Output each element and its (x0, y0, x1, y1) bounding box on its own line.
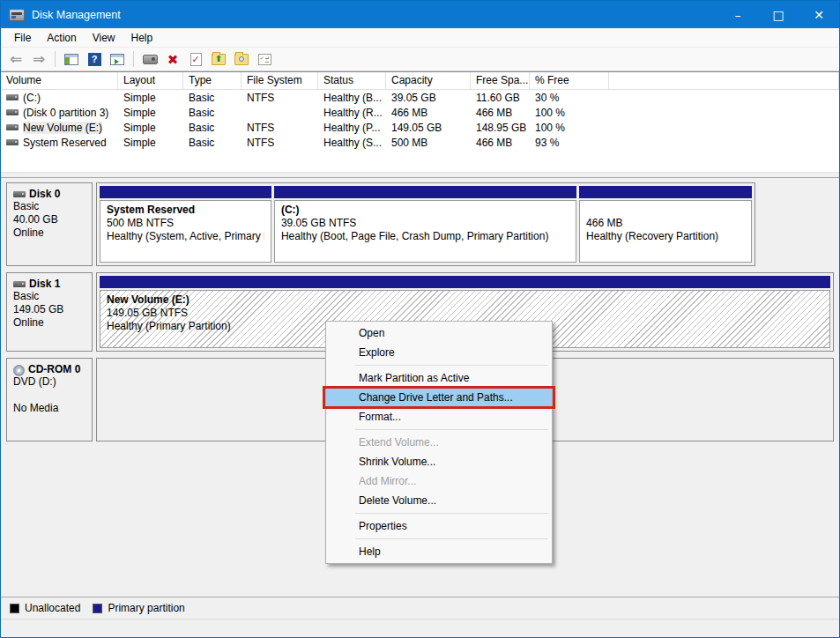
volume-name: System Reserved (23, 137, 107, 149)
open-folder-icon[interactable]: ⬆ (209, 49, 228, 69)
menu-separator (355, 538, 548, 539)
status-bar (1, 619, 839, 637)
context-menu-item-add-mirror: Add Mirror... (326, 471, 552, 491)
forward-icon[interactable]: ⇒ (29, 49, 48, 69)
column-header-status[interactable]: Status (318, 72, 386, 90)
menu-view[interactable]: View (85, 30, 123, 46)
disk-1-label[interactable]: Disk 1 Basic 149.05 GB Online (6, 272, 93, 352)
toolbar: ⇐ ⇒ ? ✖ ✓ ⬆ (1, 48, 839, 71)
pane-splitter[interactable] (1, 172, 839, 178)
column-header-type[interactable]: Type (183, 72, 242, 90)
cd-rom-icon (13, 365, 25, 375)
menu-separator (355, 513, 548, 514)
menu-bar: File Action View Help (1, 28, 839, 48)
back-icon[interactable]: ⇐ (6, 49, 26, 69)
volume-name: New Volume (E:) (23, 122, 102, 134)
disk-0-row: Disk 0 Basic 40.00 GB Online System Rese… (6, 182, 834, 266)
volume-icon (6, 94, 19, 100)
column-header-volume[interactable]: Volume (1, 72, 118, 90)
window-title: Disk Management (32, 9, 121, 21)
maximize-button[interactable]: □ (758, 1, 799, 28)
table-row[interactable]: (Disk 0 partition 3) Simple Basic Health… (1, 105, 839, 120)
partition-system-reserved[interactable]: System Reserved 500 MB NTFS Healthy (Sys… (100, 186, 271, 263)
remote-device-icon[interactable] (140, 49, 160, 69)
context-menu-item-help[interactable]: Help (326, 542, 552, 561)
volume-table-header: Volume Layout Type File System Status Ca… (1, 72, 839, 90)
app-disk-icon (9, 9, 25, 21)
table-row[interactable]: (C:) Simple Basic NTFS Healthy (B... 39.… (1, 90, 839, 105)
legend-primary-partition: Primary partition (93, 602, 184, 614)
minimize-button[interactable]: – (717, 1, 758, 28)
context-menu-item-extend-volume: Extend Volume... (326, 433, 552, 452)
context-menu-item-properties[interactable]: Properties (326, 516, 552, 536)
toolbar-separator (55, 51, 56, 67)
partition-recovery[interactable]: 466 MB Healthy (Recovery Partition) (579, 186, 752, 263)
title-bar: Disk Management – □ ✕ (1, 1, 839, 28)
menu-action[interactable]: Action (39, 30, 84, 46)
close-button[interactable]: ✕ (799, 1, 839, 28)
primary-partition-strip (100, 186, 271, 198)
mark-active-check-icon[interactable]: ✓ (186, 49, 205, 69)
volume-icon (6, 124, 19, 130)
context-menu-item-delete-volume[interactable]: Delete Volume... (326, 491, 552, 510)
volume-icon (6, 109, 19, 115)
toolbar-separator (133, 51, 134, 67)
legend-unallocated: Unallocated (10, 602, 80, 614)
partition-context-menu: Open Explore Mark Partition as Active Ch… (325, 321, 553, 564)
primary-partition-strip (579, 186, 752, 198)
column-header-capacity[interactable]: Capacity (386, 72, 471, 90)
menu-separator (355, 429, 548, 430)
menu-file[interactable]: File (6, 30, 39, 46)
table-row-selected[interactable]: New Volume (E:) Simple Basic NTFS Health… (1, 120, 839, 135)
column-header-file-system[interactable]: File System (242, 72, 318, 90)
volume-name: (Disk 0 partition 3) (23, 107, 108, 119)
volume-list-panel: Volume Layout Type File System Status Ca… (1, 71, 839, 172)
window-controls: – □ ✕ (717, 1, 839, 28)
legend-bar: Unallocated Primary partition (1, 597, 839, 619)
partition-c-drive[interactable]: (C:) 39.05 GB NTFS Healthy (Boot, Page F… (274, 186, 576, 263)
help-icon[interactable]: ? (85, 49, 104, 69)
show-action-pane-icon[interactable] (108, 49, 127, 69)
unallocated-swatch (10, 604, 19, 613)
disk-0-partitions: System Reserved 500 MB NTFS Healthy (Sys… (96, 182, 755, 266)
primary-partition-swatch (93, 604, 102, 613)
disk-icon (13, 191, 26, 197)
volume-icon (6, 139, 19, 145)
properties-list-icon[interactable] (255, 49, 274, 69)
column-header-layout[interactable]: Layout (118, 72, 183, 90)
column-header-free-space[interactable]: Free Spa... (471, 72, 530, 90)
volume-name: (C:) (23, 92, 41, 104)
context-menu-item-shrink-volume[interactable]: Shrink Volume... (326, 452, 552, 471)
disk-icon (13, 281, 26, 287)
context-menu-item-mark-partition-active[interactable]: Mark Partition as Active (326, 368, 552, 388)
delete-icon[interactable]: ✖ (163, 49, 182, 69)
explore-folder-icon[interactable] (232, 49, 251, 69)
table-row[interactable]: System Reserved Simple Basic NTFS Health… (1, 135, 839, 150)
primary-partition-strip (274, 186, 576, 198)
column-header-extra (609, 72, 839, 90)
disk-management-window: Disk Management – □ ✕ File Action View H… (0, 0, 840, 638)
context-menu-item-format[interactable]: Format... (326, 407, 552, 427)
disk-0-label[interactable]: Disk 0 Basic 40.00 GB Online (6, 182, 93, 266)
context-menu-item-change-drive-letter[interactable]: Change Drive Letter and Paths... (326, 388, 552, 407)
cdrom-0-label[interactable]: CD-ROM 0 DVD (D:) No Media (6, 358, 93, 441)
column-header-pct-free[interactable]: % Free (530, 72, 609, 90)
context-menu-item-explore[interactable]: Explore (326, 343, 552, 362)
context-menu-item-open[interactable]: Open (326, 323, 552, 343)
menu-separator (355, 365, 548, 366)
menu-help[interactable]: Help (123, 30, 161, 46)
show-console-tree-icon[interactable] (62, 49, 81, 69)
primary-partition-strip (100, 276, 830, 288)
